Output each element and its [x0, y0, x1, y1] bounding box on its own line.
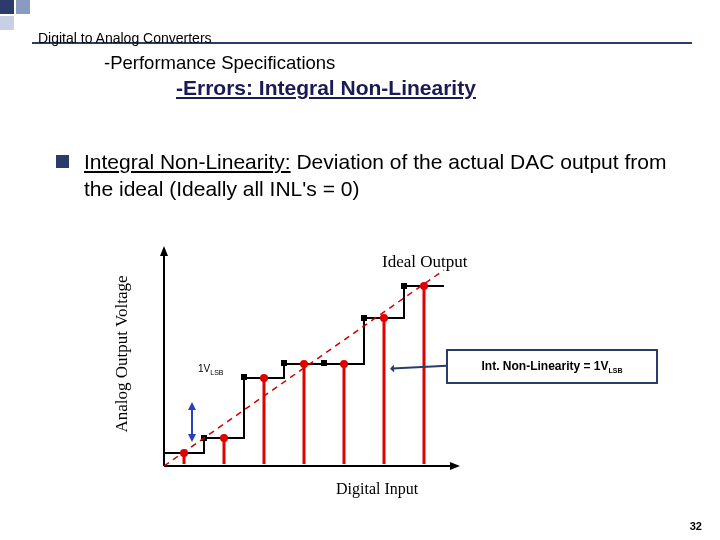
one-lsb-label: 1VLSB	[198, 363, 223, 376]
svg-point-26	[380, 314, 388, 322]
svg-rect-5	[241, 374, 247, 380]
svg-rect-7	[321, 360, 327, 366]
svg-point-25	[340, 360, 348, 368]
page-number: 32	[690, 520, 702, 532]
svg-point-21	[180, 449, 188, 457]
svg-rect-6	[281, 360, 287, 366]
ideal-output-label: Ideal Output	[382, 252, 467, 272]
x-axis-label: Digital Input	[336, 480, 418, 498]
slide-accent-squares	[0, 0, 32, 28]
y-axis-label: Analog Output Voltage	[112, 244, 132, 464]
svg-marker-12	[188, 402, 196, 410]
bullet-icon	[56, 155, 69, 168]
svg-point-22	[220, 434, 228, 442]
svg-point-27	[420, 282, 428, 290]
inl-diagram: Analog Output Voltage Digital Input Idea…	[106, 246, 662, 506]
svg-rect-8	[361, 315, 367, 321]
svg-point-23	[260, 374, 268, 382]
svg-marker-13	[188, 434, 196, 442]
svg-marker-3	[450, 462, 460, 470]
inl-callout: Int. Non-Linearity = 1VLSB	[446, 349, 658, 384]
definition-text: Integral Non-Linearity: Deviation of the…	[84, 148, 680, 203]
breadcrumb-level-1: Digital to Analog Converters	[38, 30, 212, 46]
svg-rect-9	[401, 283, 407, 289]
svg-point-24	[300, 360, 308, 368]
breadcrumb-level-2: -Performance Specifications	[104, 52, 335, 74]
definition-term: Integral Non-Linearity:	[84, 150, 291, 173]
svg-marker-1	[160, 246, 168, 256]
slide-title: -Errors: Integral Non-Linearity	[176, 76, 476, 100]
